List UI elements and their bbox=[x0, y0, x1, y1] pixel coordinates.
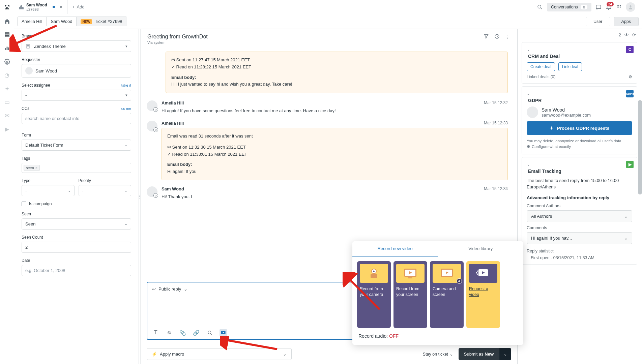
link-deal-button[interactable]: Link deal bbox=[558, 62, 582, 71]
app-icon-2[interactable]: ✦ bbox=[3, 85, 11, 92]
crumb-profile-1[interactable]: Amelia Hill bbox=[17, 17, 47, 26]
type-select[interactable]: - ⌄ bbox=[22, 185, 75, 196]
apps-grid-icon[interactable] bbox=[616, 4, 622, 10]
brand-logo[interactable] bbox=[0, 0, 14, 14]
notifications-button[interactable]: 24 bbox=[606, 4, 612, 10]
plus-icon: + bbox=[72, 4, 75, 9]
crumb-profile-2[interactable]: Sam Wood bbox=[46, 17, 77, 26]
user-toggle-button[interactable]: User bbox=[586, 17, 610, 26]
priority-select[interactable]: - ⌄ bbox=[79, 185, 132, 196]
more-icon[interactable]: ⋮ bbox=[505, 34, 510, 40]
tag-chip[interactable]: seen × bbox=[24, 165, 40, 171]
ticket-footer: ⚡ Apply macro ⌄ Stay on ticket ⌄ Submit … bbox=[141, 344, 517, 364]
et-stat-1: First open - 03/15/2021, 11:33 AM bbox=[527, 255, 632, 260]
brand-select[interactable]: Zendesk Theme ▾ bbox=[22, 40, 131, 52]
internal-note-2: Email was read 31 seconds after it was s… bbox=[162, 128, 508, 180]
chevron-up-icon[interactable]: ⌃ bbox=[527, 162, 530, 166]
cc-me-link[interactable]: cc me bbox=[121, 107, 131, 111]
tags-input[interactable]: seen × bbox=[22, 163, 131, 173]
chat-icon[interactable] bbox=[595, 4, 602, 10]
card-request-video[interactable]: Request a video bbox=[466, 261, 500, 328]
card-record-screen[interactable]: Record from your screen bbox=[393, 261, 427, 328]
take-it-link[interactable]: take it bbox=[121, 83, 131, 87]
ticket-tab[interactable]: Sam Wood #27698 × bbox=[14, 0, 67, 14]
user-icon bbox=[19, 5, 24, 9]
user-badge-icon: ☺ bbox=[153, 127, 158, 132]
date-input[interactable]: e.g. October 1, 2008 bbox=[22, 265, 131, 276]
app-icon-1[interactable]: ◔ bbox=[3, 71, 11, 79]
et-authors-label: Comment Authors bbox=[527, 204, 632, 208]
submit-button[interactable]: Submit as New bbox=[459, 348, 499, 360]
is-campaign-checkbox[interactable]: Is campaign bbox=[22, 202, 131, 206]
card-record-camera[interactable]: Record from your camera bbox=[357, 261, 391, 328]
avatar-icon bbox=[25, 67, 33, 74]
form-select[interactable]: Default Ticket Form ⌄ bbox=[22, 140, 131, 151]
et-app-badge: ▶ bbox=[626, 161, 634, 168]
attachment-icon[interactable]: 📎 bbox=[179, 329, 186, 336]
events-icon[interactable] bbox=[494, 34, 500, 40]
conversations-button[interactable]: Conversations 0 bbox=[547, 3, 591, 11]
remove-tag-icon[interactable]: × bbox=[35, 166, 37, 170]
close-tab-button[interactable]: × bbox=[60, 4, 62, 10]
video-reply-icon[interactable] bbox=[220, 329, 227, 336]
svg-point-9 bbox=[630, 5, 631, 7]
building-icon bbox=[25, 43, 31, 49]
gdpr-title: GDPR bbox=[527, 98, 632, 103]
tab-record-new-video[interactable]: Record new video bbox=[352, 241, 438, 256]
requester-input[interactable]: Sam Wood bbox=[22, 64, 131, 78]
search-kb-icon[interactable] bbox=[206, 329, 213, 336]
msg-author: Sam Wood bbox=[162, 186, 184, 191]
create-deal-button[interactable]: Create deal bbox=[527, 62, 555, 71]
link-icon[interactable]: 🔗 bbox=[193, 329, 200, 336]
settings-icon[interactable] bbox=[3, 58, 11, 65]
add-tab-button[interactable]: + Add bbox=[67, 0, 89, 14]
text-format-icon[interactable]: T bbox=[152, 329, 159, 336]
chevron-down-icon: ⌄ bbox=[124, 188, 127, 193]
filter-icon[interactable] bbox=[484, 34, 489, 40]
et-comments-select[interactable]: Hi again! If you hav... ⌄ bbox=[527, 232, 632, 244]
chevron-down-icon: ▾ bbox=[125, 44, 127, 49]
submit-caret-button[interactable]: ⌄ bbox=[499, 348, 511, 360]
video-popover: Record new video Video library Record fr… bbox=[352, 241, 523, 345]
profile-avatar[interactable] bbox=[626, 2, 635, 12]
seen-count-input[interactable]: 2 bbox=[22, 242, 131, 253]
scrollbar-thumb[interactable] bbox=[638, 100, 642, 194]
camera-thumb-icon bbox=[360, 264, 388, 283]
et-authors-select[interactable]: All Authors ⌄ bbox=[527, 210, 632, 222]
ccs-input[interactable]: search name or contact info bbox=[22, 113, 131, 124]
stay-on-ticket-select[interactable]: Stay on ticket ⌄ bbox=[423, 352, 453, 357]
audio-off-toggle[interactable]: OFF bbox=[389, 333, 399, 339]
chevron-up-icon[interactable]: ⌃ bbox=[527, 47, 530, 52]
gear-icon[interactable]: ⚙ bbox=[629, 74, 632, 79]
card-camera-and-screen[interactable]: ☻ Camera and screen bbox=[430, 261, 464, 328]
process-gdpr-button[interactable]: ✦ Process GDPR requests bbox=[527, 121, 632, 135]
assignee-select[interactable]: - ▾ bbox=[22, 90, 131, 101]
svg-rect-6 bbox=[617, 6, 618, 7]
views-icon[interactable] bbox=[3, 31, 11, 38]
tab-video-library[interactable]: Video library bbox=[438, 241, 524, 256]
app-icon-4[interactable]: ✉ bbox=[3, 112, 11, 119]
apps-toggle-button[interactable]: Apps bbox=[614, 17, 639, 26]
seen-select[interactable]: Seen ⌄ bbox=[22, 218, 131, 230]
conversations-label: Conversations bbox=[551, 5, 578, 9]
request-video-link[interactable]: Request a video bbox=[469, 286, 488, 297]
app-icon-5[interactable]: ▶ bbox=[3, 125, 11, 133]
refresh-icon[interactable]: ⟳ bbox=[632, 32, 636, 37]
emoji-icon[interactable]: ☺ bbox=[166, 329, 173, 336]
svg-rect-15 bbox=[8, 48, 9, 50]
chevron-up-icon[interactable]: ⌃ bbox=[527, 91, 530, 96]
msg-body: Hi! Thank you. I bbox=[162, 193, 508, 201]
gdpr-hint-2[interactable]: Configure what exactly bbox=[532, 145, 571, 149]
crumb-ticket[interactable]: NEW Ticket #27698 bbox=[76, 17, 126, 26]
apply-macro-select[interactable]: ⚡ Apply macro ⌄ bbox=[147, 348, 292, 360]
home-icon[interactable] bbox=[3, 18, 11, 25]
reports-icon[interactable] bbox=[3, 44, 11, 52]
gdpr-user-email[interactable]: samwood@example.com bbox=[542, 113, 591, 118]
user-badge-icon: ☺ bbox=[153, 107, 158, 112]
avatar-icon: ☺ bbox=[147, 100, 157, 111]
search-icon[interactable] bbox=[537, 4, 543, 10]
lightning-icon: ⚡ bbox=[152, 352, 157, 357]
et-comments-label: Comments bbox=[527, 225, 632, 230]
app-icon-3[interactable]: ▭ bbox=[3, 98, 11, 106]
top-tab-bar: Sam Wood #27698 × + Add Conversations 0 bbox=[0, 0, 642, 14]
